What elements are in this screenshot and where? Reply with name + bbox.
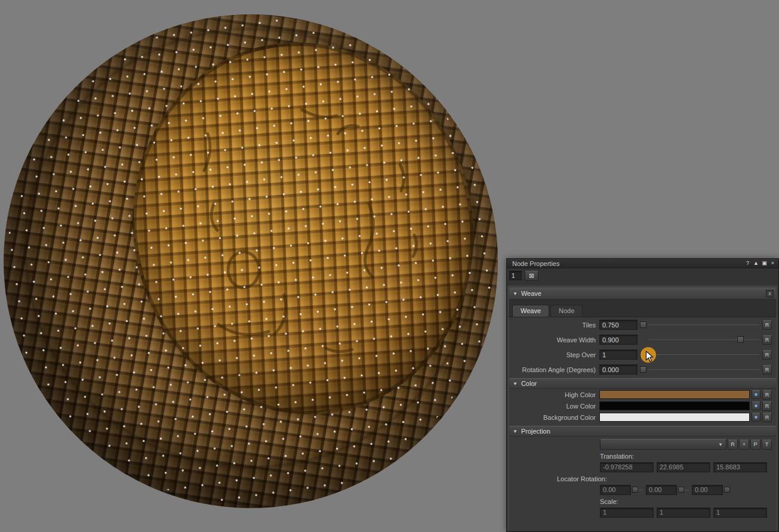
- mouse-cursor: [644, 351, 655, 363]
- background-color-swatch[interactable]: [599, 413, 750, 422]
- color-section-header[interactable]: ▼ Color: [509, 378, 776, 389]
- translation-label: Translation:: [600, 453, 772, 460]
- low-color-swatch[interactable]: [599, 401, 750, 410]
- weave-width-reset-button[interactable]: R: [762, 335, 772, 345]
- scale-label: Scale:: [600, 498, 772, 506]
- locator-rotation-label: Locator Rotation:: [557, 475, 729, 483]
- window-title: Node Properties: [507, 260, 560, 267]
- tab-node[interactable]: Node: [550, 305, 583, 317]
- scale-x-input[interactable]: [600, 508, 654, 518]
- panel-toolbar: ⊠: [507, 268, 778, 284]
- high-color-row: High Color R: [509, 389, 777, 400]
- node-properties-window: Node Properties ? ▲ ▣ × ⊠ ▼ Weave x Weav…: [506, 258, 779, 532]
- rotation-angle-row: Rotation Angle (Degrees) R: [509, 362, 777, 377]
- weave-section-title: Weave: [521, 290, 541, 297]
- rotation-angle-reset-button[interactable]: R: [762, 365, 772, 375]
- rotation-z-input[interactable]: [692, 485, 723, 495]
- step-over-input[interactable]: [599, 349, 638, 360]
- translation-z-input[interactable]: [713, 462, 767, 472]
- slider-track: [649, 369, 759, 370]
- rotation-z-mini-handle[interactable]: [724, 487, 730, 493]
- tiles-reset-button[interactable]: R: [762, 320, 772, 330]
- projection-t-button[interactable]: T: [762, 440, 772, 450]
- delete-form-button[interactable]: ⊠: [525, 271, 538, 281]
- step-over-reset-button[interactable]: R: [762, 350, 772, 360]
- high-color-picker-button[interactable]: [752, 390, 760, 399]
- scale-z-input[interactable]: [713, 508, 767, 518]
- slider-handle[interactable]: [640, 366, 646, 373]
- popout-icon[interactable]: ▣: [761, 260, 768, 267]
- background-color-row: Background Color R: [509, 412, 777, 423]
- tiles-label: Tiles: [510, 321, 599, 329]
- window-titlebar[interactable]: Node Properties ? ▲ ▣ ×: [507, 259, 778, 268]
- weave-width-label: Weave Width: [510, 336, 599, 344]
- slider-handle[interactable]: [640, 321, 646, 328]
- projection-add-button[interactable]: +: [739, 440, 749, 450]
- colorpicker-icon: [754, 404, 758, 408]
- rotation-y-mini-handle[interactable]: [678, 487, 684, 493]
- scale-fields: [600, 507, 772, 518]
- colorpicker-icon: [754, 415, 758, 419]
- rotation-angle-label: Rotation Angle (Degrees): [510, 366, 599, 373]
- projection-p-button[interactable]: P: [750, 440, 760, 450]
- rotation-x-mini-handle[interactable]: [632, 487, 638, 493]
- help-icon[interactable]: ?: [744, 260, 751, 267]
- translation-y-input[interactable]: [657, 462, 710, 472]
- translation-fields: [600, 462, 772, 472]
- colorpicker-icon: [754, 392, 758, 397]
- step-over-mini-slider[interactable]: [640, 349, 760, 360]
- high-color-reset-button[interactable]: R: [762, 390, 772, 400]
- rotation-angle-mini-slider[interactable]: [640, 364, 760, 375]
- weave-width-input[interactable]: [599, 335, 638, 345]
- tiles-input[interactable]: [599, 320, 638, 330]
- projection-dropdown-row: ▼ R + P T: [600, 439, 772, 450]
- high-color-swatch[interactable]: [599, 390, 750, 399]
- scale-y-input[interactable]: [657, 508, 710, 518]
- weave-width-mini-slider[interactable]: [640, 335, 760, 345]
- weave-form: ▼ Weave x Weave Node Tiles R Weave Width: [508, 286, 777, 531]
- tiles-row: Tiles R: [509, 317, 777, 332]
- projection-reset-button[interactable]: R: [728, 440, 738, 450]
- low-color-picker-button[interactable]: [752, 401, 760, 410]
- background-color-reset-button[interactable]: R: [762, 413, 772, 422]
- collapse-triangle-icon: ▼: [513, 381, 518, 386]
- rotation-angle-input[interactable]: [599, 364, 638, 375]
- tab-weave[interactable]: Weave: [512, 305, 549, 317]
- projection-dropdown[interactable]: ▼: [600, 439, 726, 450]
- projection-section-header[interactable]: ▼ Projection: [509, 426, 776, 437]
- slider-handle[interactable]: [737, 336, 744, 343]
- mini-track: [638, 490, 643, 490]
- rotation-x-input[interactable]: [600, 485, 631, 495]
- dropdown-arrow-icon: ▼: [718, 442, 723, 447]
- rendered-mesh[interactable]: [4, 14, 498, 508]
- background-color-picker-button[interactable]: [752, 413, 760, 422]
- low-color-row: Low Color R: [509, 400, 777, 412]
- slider-track: [649, 324, 759, 325]
- index-input[interactable]: [509, 271, 522, 280]
- high-color-label: High Color: [510, 391, 599, 398]
- projection-form: ▼ R + P T Translation: Locator Rotation:: [509, 439, 777, 518]
- projection-section-title: Projection: [521, 428, 550, 435]
- mini-track: [684, 490, 689, 490]
- weave-close-button[interactable]: x: [766, 290, 774, 298]
- collapse-triangle-icon: ▼: [513, 291, 518, 296]
- low-color-label: Low Color: [510, 403, 599, 410]
- tab-strip: Weave Node: [509, 299, 777, 317]
- titlebar-icons: ? ▲ ▣ ×: [744, 260, 778, 267]
- weave-section-header[interactable]: ▼ Weave x: [509, 287, 776, 299]
- slider-track: [649, 354, 759, 355]
- translation-x-input[interactable]: [600, 462, 654, 472]
- delete-form-icon: ⊠: [529, 272, 534, 280]
- weave-width-row: Weave Width R: [509, 332, 777, 347]
- tiles-mini-slider[interactable]: [640, 320, 760, 330]
- color-section-title: Color: [521, 380, 537, 387]
- background-color-label: Background Color: [510, 414, 599, 421]
- rollup-icon[interactable]: ▲: [753, 260, 759, 267]
- rotation-fields: [600, 484, 772, 495]
- close-icon[interactable]: ×: [769, 260, 776, 267]
- low-color-reset-button[interactable]: R: [762, 401, 772, 411]
- rotation-y-input[interactable]: [646, 485, 677, 495]
- step-over-label: Step Over: [510, 351, 599, 358]
- collapse-triangle-icon: ▼: [513, 429, 518, 434]
